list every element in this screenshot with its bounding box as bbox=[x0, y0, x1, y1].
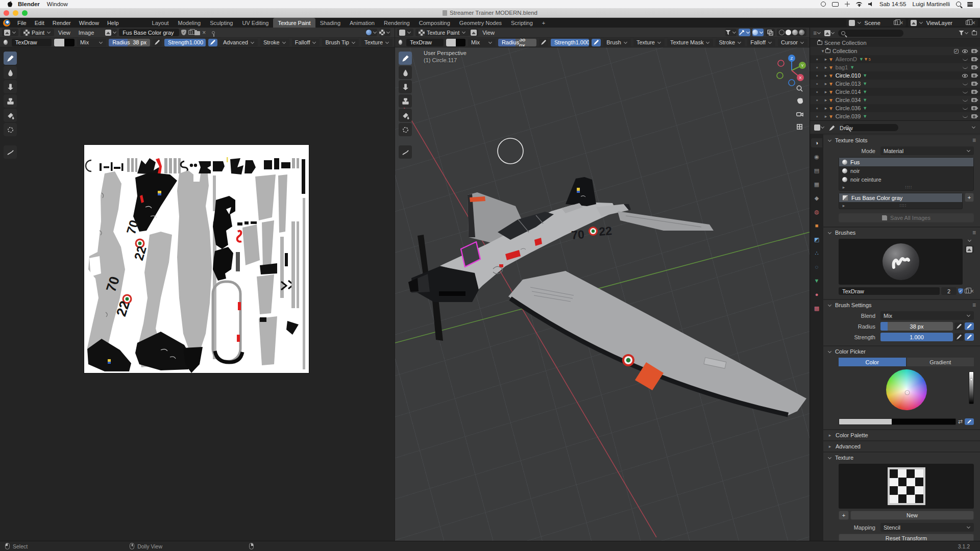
tool-smear-icon[interactable] bbox=[4, 80, 17, 93]
open-image-icon[interactable] bbox=[194, 31, 200, 35]
macos-window-menu[interactable]: Window bbox=[47, 1, 68, 7]
menu-edit[interactable]: Edit bbox=[31, 18, 48, 28]
secondary-color-swatch[interactable] bbox=[892, 419, 955, 424]
uv-texture-canvas[interactable]: 70 22 70 22 bbox=[84, 145, 309, 373]
tab-object-properties[interactable]: ■ bbox=[811, 221, 822, 230]
spotlight-icon[interactable] bbox=[956, 2, 961, 7]
vp-brush-name[interactable]: TexDraw bbox=[406, 39, 444, 46]
list-resize-grip[interactable]: ∷∷ bbox=[900, 203, 906, 208]
hide-icon[interactable] bbox=[963, 83, 968, 85]
brush-name-field[interactable]: TexDraw bbox=[839, 287, 940, 295]
vp-tool-draw-icon[interactable] bbox=[399, 52, 412, 65]
tool-annotate-icon[interactable] bbox=[4, 145, 17, 159]
texture-preview[interactable] bbox=[839, 464, 974, 509]
tab-texture-properties[interactable]: ▩ bbox=[811, 304, 822, 313]
toggle-perspective-icon[interactable] bbox=[793, 120, 805, 133]
viewport-mode-selector[interactable]: Texture Paint bbox=[415, 29, 469, 36]
menu-render[interactable]: Render bbox=[48, 18, 75, 28]
camera-view-icon[interactable] bbox=[793, 108, 805, 120]
render-visibility-icon[interactable] bbox=[971, 98, 977, 102]
visibility-icon[interactable] bbox=[962, 74, 968, 78]
object-visibility-button[interactable] bbox=[725, 29, 737, 36]
ie-popover-stroke[interactable]: Stroke bbox=[260, 39, 289, 46]
strength-slider[interactable]: 1.000 bbox=[880, 333, 953, 341]
vp-radius-pressure-icon[interactable] bbox=[539, 39, 548, 46]
collection-visibility-icon[interactable] bbox=[962, 49, 968, 53]
vp-popover-brush[interactable]: Brush bbox=[603, 39, 631, 46]
canvas-image-item[interactable]: Fus Base Color gray bbox=[839, 193, 962, 202]
advanced-panel-header[interactable]: ▸Advanced bbox=[823, 441, 980, 452]
vp-strength-pressure-icon[interactable] bbox=[592, 39, 601, 46]
radius-pressure-icon[interactable] bbox=[965, 322, 974, 330]
brush-settings-panel-header[interactable]: Brush Settings≡ bbox=[823, 300, 980, 310]
vp-color-swatches[interactable] bbox=[446, 39, 465, 46]
fake-user-icon[interactable]: ✓ bbox=[181, 30, 186, 35]
tab-render-properties[interactable]: ◉ bbox=[811, 152, 822, 161]
render-visibility-icon[interactable] bbox=[971, 73, 977, 78]
scene-name[interactable]: Scene bbox=[864, 20, 892, 26]
outliner-filter-button[interactable] bbox=[959, 31, 969, 36]
collection-checkbox[interactable]: ✓ bbox=[954, 49, 959, 54]
scene-selector[interactable]: Scene × bbox=[846, 19, 906, 27]
brushes-panel-header[interactable]: Brushes≡ bbox=[823, 228, 980, 238]
viewport-menu-view[interactable]: View bbox=[478, 28, 499, 37]
render-visibility-icon[interactable] bbox=[971, 57, 977, 61]
brush-image-button[interactable] bbox=[965, 245, 974, 253]
unlink-scene-icon[interactable]: × bbox=[900, 20, 903, 26]
list-expand-icon[interactable]: ▸ bbox=[841, 185, 846, 190]
texture-slot-mode-dropdown[interactable]: Material bbox=[880, 146, 974, 155]
gradient-tab[interactable]: Gradient bbox=[907, 358, 974, 366]
hide-icon[interactable] bbox=[963, 99, 968, 102]
outliner-search-input[interactable] bbox=[838, 30, 903, 37]
vp-tool-smear-icon[interactable] bbox=[399, 80, 412, 93]
wifi-icon[interactable] bbox=[856, 2, 862, 7]
vp-popover-cursor[interactable]: Cursor bbox=[778, 39, 807, 46]
new-texture-plus-button[interactable]: + bbox=[839, 511, 849, 520]
editor-type-3d-viewport[interactable] bbox=[397, 29, 413, 36]
list-expand-icon[interactable]: ▸ bbox=[841, 203, 846, 208]
primary-color-swatch[interactable] bbox=[839, 419, 892, 424]
image-mode-selector[interactable]: Paint bbox=[20, 29, 54, 36]
brush-preview[interactable] bbox=[839, 239, 963, 285]
render-visibility-icon[interactable] bbox=[971, 114, 977, 118]
tool-draw-icon[interactable] bbox=[4, 52, 17, 65]
tab-scripting[interactable]: Scripting bbox=[506, 18, 537, 28]
collection-render-icon[interactable] bbox=[971, 49, 977, 53]
value-slider[interactable] bbox=[969, 371, 974, 404]
image-menu-view[interactable]: View bbox=[54, 28, 75, 37]
add-texture-slot-button[interactable]: + bbox=[965, 193, 974, 202]
apple-menu-icon[interactable] bbox=[7, 1, 13, 7]
tab-geometry-nodes[interactable]: Geometry Nodes bbox=[455, 18, 506, 28]
tool-fill-icon[interactable] bbox=[4, 109, 17, 122]
texture-panel-header[interactable]: Texture bbox=[823, 453, 980, 463]
vp-tool-annotate-icon[interactable] bbox=[399, 145, 412, 159]
hide-icon[interactable] bbox=[963, 91, 968, 93]
ie-strength-pressure-icon[interactable] bbox=[208, 39, 217, 46]
render-visibility-icon[interactable] bbox=[971, 90, 977, 94]
tab-compositing[interactable]: Compositing bbox=[414, 18, 455, 28]
tab-modifier-properties[interactable]: ◩ bbox=[811, 235, 822, 244]
ie-blend-mode[interactable]: Mix bbox=[77, 39, 106, 46]
outliner-filter-id[interactable] bbox=[824, 30, 835, 36]
menu-window[interactable]: Window bbox=[75, 18, 103, 28]
ie-radius-pressure-icon[interactable] bbox=[153, 39, 162, 46]
tab-rendering[interactable]: Rendering bbox=[379, 18, 414, 28]
vp-blend-mode[interactable]: Mix bbox=[468, 39, 496, 46]
ie-radius-slider[interactable]: Radius38 px bbox=[109, 39, 150, 46]
tab-layout[interactable]: Layout bbox=[148, 18, 174, 28]
ie-popover-brush-tip[interactable]: Brush Tip bbox=[322, 39, 358, 46]
tab-world-properties[interactable]: ◍ bbox=[811, 207, 822, 216]
panel-menu-icon[interactable]: ≡ bbox=[972, 137, 976, 144]
hide-icon[interactable] bbox=[963, 107, 968, 110]
swap-colors-icon[interactable]: ⇄ bbox=[958, 418, 963, 425]
tool-soften-icon[interactable] bbox=[4, 66, 17, 79]
menu-help[interactable]: Help bbox=[103, 18, 123, 28]
color-bar[interactable] bbox=[839, 418, 956, 425]
tab-particle-properties[interactable]: ∴ bbox=[811, 248, 822, 258]
navigation-gizmo[interactable]: Z Y X bbox=[777, 55, 806, 86]
tab-texture-paint[interactable]: Texture Paint bbox=[273, 18, 315, 28]
menu-file[interactable]: File bbox=[13, 18, 31, 28]
tab-viewlayer-properties[interactable]: ▦ bbox=[811, 180, 822, 189]
brush-fake-user-icon[interactable]: ✓ bbox=[958, 288, 963, 294]
outliner-row-object[interactable]: ▪▸▼Circle.014▼ bbox=[810, 88, 980, 96]
